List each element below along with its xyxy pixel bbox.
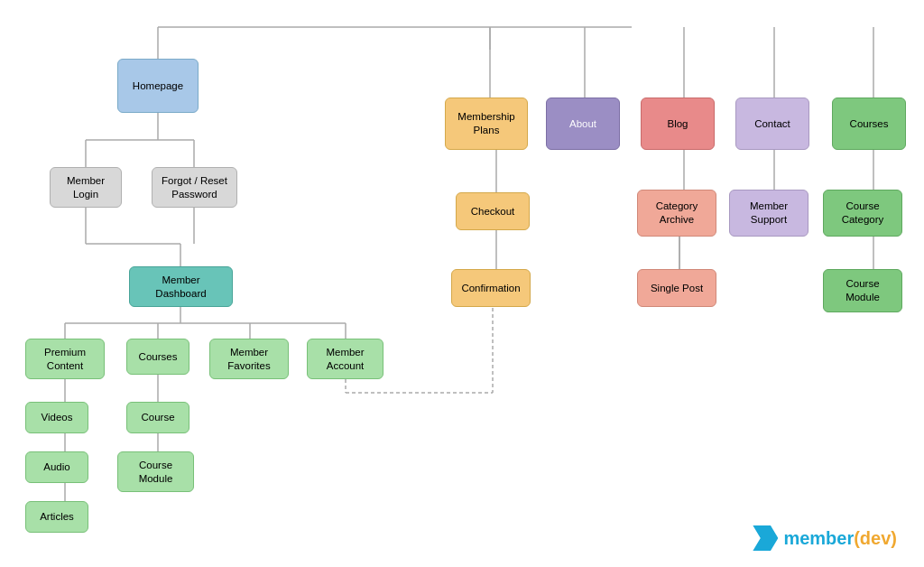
logo-icon xyxy=(753,525,778,551)
courses-left-node: Courses xyxy=(126,339,189,375)
member-favorites-node: Member Favorites xyxy=(209,339,289,379)
member-support-node: Member Support xyxy=(729,190,808,237)
articles-node: Articles xyxy=(25,501,88,533)
member-login-node: Member Login xyxy=(50,167,122,208)
logo-open-paren: ( xyxy=(854,528,860,549)
blog-node: Blog xyxy=(641,98,715,150)
logo-dev-text: dev xyxy=(860,528,891,549)
course-module-right-node: Course Module xyxy=(823,269,902,312)
checkout-node: Checkout xyxy=(456,192,530,230)
member-account-node: Member Account xyxy=(307,339,383,379)
forgot-password-node: Forgot / Reset Password xyxy=(152,167,237,208)
category-archive-node: Category Archive xyxy=(637,190,716,237)
membership-plans-node: Membership Plans xyxy=(445,98,528,150)
courses-right-node: Courses xyxy=(832,98,906,150)
course-left-node: Course xyxy=(126,402,189,433)
single-post-node: Single Post xyxy=(637,269,716,307)
member-dashboard-node: Member Dashboard xyxy=(129,266,233,307)
confirmation-node: Confirmation xyxy=(451,269,531,307)
memberdev-logo: member ( dev ) xyxy=(753,525,897,551)
audio-node: Audio xyxy=(25,451,88,483)
logo-member-text: member xyxy=(783,528,854,549)
about-node: About xyxy=(546,98,620,150)
course-module-left-node: Course Module xyxy=(117,451,194,492)
logo-close-paren: ) xyxy=(891,528,897,549)
homepage-node: Homepage xyxy=(117,59,199,113)
course-category-node: Course Category xyxy=(823,190,902,237)
videos-node: Videos xyxy=(25,402,88,433)
site-map-diagram: Homepage Member Login Forgot / Reset Pas… xyxy=(0,0,924,567)
contact-node: Contact xyxy=(735,98,809,150)
premium-content-node: Premium Content xyxy=(25,339,105,379)
